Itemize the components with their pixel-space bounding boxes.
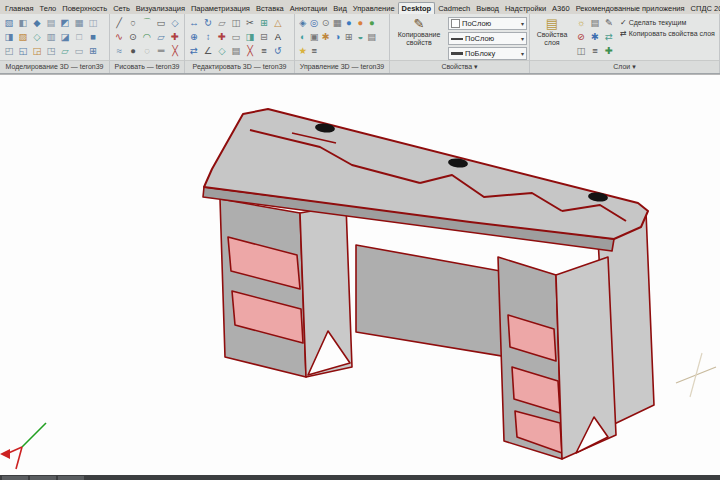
- tab-Управление[interactable]: Управление: [350, 2, 398, 14]
- tool-icon[interactable]: ⊕: [187, 30, 201, 44]
- desk-model[interactable]: [203, 109, 654, 459]
- tool-icon[interactable]: ◫: [574, 44, 588, 58]
- tool-icon[interactable]: ⊞: [343, 30, 355, 44]
- linetype-dropdown[interactable]: ПоСлою ▾: [448, 32, 527, 45]
- tab-Аннотации[interactable]: Аннотации: [287, 2, 331, 14]
- tool-icon[interactable]: ◲: [30, 44, 44, 58]
- tool-icon[interactable]: ⇄: [187, 44, 201, 58]
- statusbar-item[interactable]: [2, 476, 28, 480]
- tab-СПДС 2018[interactable]: СПДС 2018: [688, 2, 720, 14]
- tool-icon[interactable]: ▤: [588, 16, 602, 30]
- tab-Поверхность[interactable]: Поверхность: [59, 2, 110, 14]
- tool-icon[interactable]: ↻: [201, 16, 215, 30]
- tool-icon[interactable]: ◎: [309, 16, 321, 30]
- tool-icon[interactable]: ◈: [297, 16, 309, 30]
- panel-label-properties[interactable]: Свойства ▾: [390, 60, 529, 73]
- tool-icon[interactable]: ▭: [72, 44, 86, 58]
- tool-icon[interactable]: ▧: [2, 16, 16, 30]
- tab-A360[interactable]: A360: [549, 2, 573, 14]
- tab-Сеть[interactable]: Сеть: [110, 2, 133, 14]
- tool-icon[interactable]: ▦: [332, 16, 344, 30]
- tool-icon[interactable]: ∠: [201, 44, 215, 58]
- tab-Вывод[interactable]: Вывод: [473, 2, 502, 14]
- tab-Надстройки[interactable]: Надстройки: [502, 2, 549, 14]
- statusbar-item[interactable]: [58, 476, 84, 480]
- tool-icon[interactable]: ⌒: [140, 16, 154, 30]
- tool-icon[interactable]: ▤: [44, 16, 58, 30]
- tool-icon[interactable]: ▤: [229, 44, 243, 58]
- tool-icon[interactable]: ◨: [243, 30, 257, 44]
- tool-icon[interactable]: ▱: [58, 44, 72, 58]
- viewport-3d[interactable]: [0, 75, 720, 475]
- tool-icon[interactable]: ≈: [112, 44, 126, 58]
- tool-icon[interactable]: ◆: [30, 16, 44, 30]
- tool-icon[interactable]: ✚: [602, 44, 616, 58]
- panel-label-edit3d[interactable]: Редактировать 3D — teron39: [185, 60, 294, 73]
- tool-icon[interactable]: ✚: [215, 30, 229, 44]
- tool-icon[interactable]: ▱: [215, 16, 229, 30]
- panel-label-modeling3d[interactable]: Моделирование 3D — teron39: [0, 60, 109, 73]
- tab-Вид[interactable]: Вид: [330, 2, 350, 14]
- tab-Параметризация[interactable]: Параметризация: [188, 2, 253, 14]
- tab-Визуализация[interactable]: Визуализация: [133, 2, 188, 14]
- tool-icon[interactable]: ⊙: [126, 30, 140, 44]
- tool-icon[interactable]: △: [271, 16, 285, 30]
- make-current-button[interactable]: ✓Сделать текущим: [620, 18, 717, 27]
- tool-icon[interactable]: ╳: [243, 44, 257, 58]
- tab-Рекомендованные приложения[interactable]: Рекомендованные приложения: [573, 2, 688, 14]
- copy-layer-properties-button[interactable]: ⇄Копировать свойства слоя: [620, 29, 717, 38]
- tool-icon[interactable]: ∿: [112, 30, 126, 44]
- tool-icon[interactable]: ●: [366, 16, 378, 30]
- tool-icon[interactable]: ◒: [355, 30, 367, 44]
- tool-icon[interactable]: ◐: [297, 30, 309, 44]
- tool-icon[interactable]: ✚: [168, 30, 182, 44]
- tool-icon[interactable]: ╳: [168, 44, 182, 58]
- tool-icon[interactable]: ▥: [44, 30, 58, 44]
- tool-icon[interactable]: ≡: [257, 44, 271, 58]
- tool-icon[interactable]: ◰: [2, 44, 16, 58]
- tool-icon[interactable]: ■: [86, 30, 100, 44]
- tool-icon[interactable]: ◠: [140, 30, 154, 44]
- tool-icon[interactable]: ⊘: [574, 30, 588, 44]
- drawing-canvas[interactable]: [0, 74, 720, 475]
- lineweight-dropdown[interactable]: ПоБлоку ▾: [448, 47, 527, 60]
- tool-icon[interactable]: ╱: [112, 16, 126, 30]
- panel-label-draw[interactable]: Рисовать — teron39: [110, 60, 184, 73]
- panel-label-manage3d[interactable]: Управление 3D — teron39: [295, 60, 389, 73]
- tool-icon[interactable]: ▨: [16, 30, 30, 44]
- tool-icon[interactable]: ◱: [16, 44, 30, 58]
- tool-icon[interactable]: ⊞: [257, 16, 271, 30]
- tool-icon[interactable]: ⊟: [257, 30, 271, 44]
- tool-icon[interactable]: ▦: [72, 16, 86, 30]
- match-properties-button[interactable]: ✎ Копирование свойств: [392, 16, 446, 60]
- tool-icon[interactable]: ◧: [16, 16, 30, 30]
- tool-icon[interactable]: ▭: [154, 16, 168, 30]
- tool-icon[interactable]: ↔: [187, 16, 201, 30]
- tool-icon[interactable]: ◳: [44, 44, 58, 58]
- tab-Тело[interactable]: Тело: [37, 2, 60, 14]
- tool-icon[interactable]: ◌: [140, 44, 154, 58]
- tab-Главная[interactable]: Главная: [2, 2, 37, 14]
- tool-icon[interactable]: ≡: [588, 44, 602, 58]
- tool-icon[interactable]: ▭: [229, 30, 243, 44]
- tool-icon[interactable]: ✎: [602, 16, 616, 30]
- tool-icon[interactable]: ▤: [366, 30, 378, 44]
- tool-icon[interactable]: ◪: [58, 30, 72, 44]
- tool-icon[interactable]: ◇: [30, 30, 44, 44]
- tool-icon[interactable]: ▣: [309, 30, 321, 44]
- tool-icon[interactable]: ●: [355, 16, 367, 30]
- tool-icon[interactable]: ●: [343, 16, 355, 30]
- color-dropdown[interactable]: ПоСлою ▾: [448, 17, 527, 30]
- tool-icon[interactable]: ↺: [271, 44, 285, 58]
- tool-icon[interactable]: ▱: [154, 30, 168, 44]
- tool-icon[interactable]: ≡: [309, 44, 321, 58]
- panel-label-layers[interactable]: Слои ▾: [530, 60, 719, 73]
- tool-icon[interactable]: ✱: [588, 30, 602, 44]
- tool-icon[interactable]: □: [72, 30, 86, 44]
- tool-icon[interactable]: ●: [126, 44, 140, 58]
- tool-icon[interactable]: ◑: [332, 30, 344, 44]
- statusbar-item[interactable]: [30, 476, 56, 480]
- tool-icon[interactable]: ✱: [320, 30, 332, 44]
- tab-Вставка[interactable]: Вставка: [253, 2, 287, 14]
- tool-icon[interactable]: ◇: [215, 44, 229, 58]
